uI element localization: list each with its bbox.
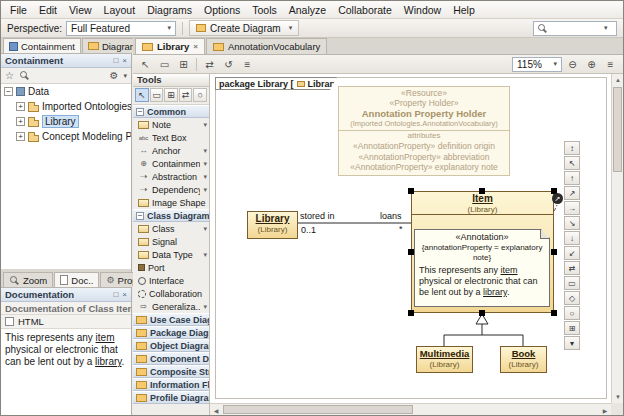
chevron-down-icon[interactable]: ▾: [203, 186, 207, 194]
palette-item-interface[interactable]: Interface: [133, 274, 209, 287]
palette-section-information-flows[interactable]: Information Flows: [133, 378, 209, 391]
tree-item-imported-ontologies[interactable]: + Imported Ontologies: [1, 99, 131, 114]
expand-icon[interactable]: +: [16, 132, 25, 141]
selection-handle[interactable]: [479, 310, 485, 316]
scroll-up-icon[interactable]: ▲: [612, 74, 623, 86]
vertical-scroll-thumb[interactable]: [613, 87, 622, 172]
expand-icon[interactable]: +: [16, 117, 25, 126]
close-panel-icon[interactable]: ×: [122, 290, 127, 299]
palette-item-generalization[interactable]: ⇨ Generaliza... ▾: [133, 300, 209, 313]
search-icon[interactable]: [19, 70, 30, 81]
chevron-down-icon[interactable]: ▾: [203, 251, 207, 259]
collapse-icon[interactable]: −: [136, 108, 144, 116]
palette-item-class[interactable]: Class ▾: [133, 222, 209, 235]
annotation-property-holder-shape[interactable]: «Resource» «Property Holder» Annotation …: [338, 86, 510, 176]
chevron-down-icon[interactable]: ▾: [203, 225, 207, 233]
doc-link-library[interactable]: library: [95, 356, 121, 367]
palette-section-class-diagram[interactable]: − Class Diagram: [133, 209, 209, 222]
undo-icon[interactable]: ↺: [220, 57, 237, 72]
tab-containment[interactable]: Containment: [3, 38, 81, 53]
smart-manipulator-icon[interactable]: ↓: [564, 231, 580, 245]
smart-manipulator-icon[interactable]: ▭: [564, 276, 580, 290]
menu-tools[interactable]: Tools: [246, 2, 283, 18]
pointer-tool-icon[interactable]: ↖: [137, 57, 154, 72]
close-tab-icon[interactable]: ×: [193, 42, 198, 51]
selection-handle[interactable]: [408, 249, 414, 255]
perspective-select[interactable]: Full Featured ▾: [66, 21, 176, 36]
chevron-down-icon[interactable]: ▾: [203, 147, 207, 155]
smart-manipulator-icon[interactable]: ◇: [564, 291, 580, 305]
association-name-label[interactable]: stored in: [300, 211, 335, 221]
smart-manipulator-icon[interactable]: ↗: [564, 186, 580, 200]
tool-rect-button[interactable]: ▭: [150, 88, 164, 102]
menu-window[interactable]: Window: [398, 2, 447, 18]
smart-manipulator-icon[interactable]: ↑: [564, 171, 580, 185]
swap-tool-icon[interactable]: ⇄: [201, 57, 218, 72]
tab-library-diagram[interactable]: Library ×: [135, 38, 205, 54]
palette-section-object-diagram[interactable]: Object Diagram: [133, 339, 209, 352]
palette-item-collaboration[interactable]: Collaboration: [133, 287, 209, 300]
search-input[interactable]: [548, 23, 600, 34]
smart-manipulator-icon[interactable]: ↖: [564, 156, 580, 170]
palette-section-package-diagram[interactable]: Package Diagram: [133, 326, 209, 339]
toolbar-menu-icon[interactable]: ≡: [602, 57, 619, 72]
selection-handle[interactable]: [479, 188, 485, 194]
html-checkbox[interactable]: [5, 317, 14, 326]
association-role-label[interactable]: loans: [380, 211, 402, 221]
menu-view[interactable]: View: [63, 2, 98, 18]
tool-grid-button[interactable]: ⊞: [164, 88, 178, 102]
tool-pointer-button[interactable]: ↖: [135, 88, 149, 102]
tab-documentation[interactable]: Doc..: [54, 272, 99, 287]
chevron-down-icon[interactable]: ▾: [203, 121, 207, 129]
smart-manipulator-more-icon[interactable]: ▾: [564, 336, 580, 350]
palette-item-port[interactable]: Port: [133, 261, 209, 274]
palette-section-common[interactable]: − Common: [133, 105, 209, 118]
palette-item-containment[interactable]: ⊕ Containment ▾: [133, 157, 209, 170]
menu-edit[interactable]: Edit: [33, 2, 63, 18]
palette-section-profile-diagram[interactable]: Profile Diagram: [133, 391, 209, 404]
close-panel-icon[interactable]: ×: [122, 56, 127, 65]
menu-diagrams[interactable]: Diagrams: [141, 2, 198, 18]
palette-item-data-type[interactable]: Data Type ▾: [133, 248, 209, 261]
menu-file[interactable]: File: [4, 2, 33, 18]
toolbar-search[interactable]: ▾: [533, 21, 617, 36]
settings-menu-button[interactable]: ⚙ ▾: [110, 70, 127, 81]
selection-handle[interactable]: [551, 249, 557, 255]
float-panel-icon[interactable]: □: [113, 56, 118, 65]
zoom-out-icon[interactable]: ⊖: [564, 57, 581, 72]
smart-manipulator-icon[interactable]: ↙: [564, 246, 580, 260]
grid-tool-icon[interactable]: ⊞: [175, 57, 192, 72]
palette-section-composite-structure[interactable]: Composite Structu...: [133, 365, 209, 378]
menu-layout[interactable]: Layout: [98, 2, 142, 18]
association-multiplicity-label[interactable]: 0..1: [301, 225, 316, 235]
documentation-body[interactable]: This represents any item physical or ele…: [1, 329, 131, 415]
annotation-note[interactable]: «Annotation» {annotationProperty = expla…: [414, 229, 550, 307]
chevron-down-icon[interactable]: ▾: [203, 160, 207, 168]
smart-manipulator-icon[interactable]: ○: [564, 306, 580, 320]
create-diagram-button[interactable]: Create Diagram ▾: [189, 20, 299, 36]
note-link-item[interactable]: item: [501, 265, 518, 275]
diagram-canvas[interactable]: package Library [ Library ] «Resource» «…: [210, 74, 623, 415]
quick-link-button[interactable]: ↗: [552, 193, 563, 204]
scroll-left-icon[interactable]: ◀: [210, 404, 222, 415]
class-book[interactable]: Book (Library): [500, 346, 547, 373]
tree-item-data[interactable]: − Data: [1, 84, 131, 99]
palette-section-component-diagram[interactable]: Component Diagram: [133, 352, 209, 365]
vertical-scrollbar[interactable]: ▲ ▼: [611, 74, 623, 403]
smart-manipulator-icon[interactable]: ↘: [564, 216, 580, 230]
menu-options[interactable]: Options: [198, 2, 246, 18]
horizontal-scrollbar[interactable]: ◀ ▶: [210, 403, 611, 415]
palette-item-text-box[interactable]: abc Text Box: [133, 131, 209, 144]
tab-zoom[interactable]: Zoom: [3, 272, 53, 287]
palette-item-note[interactable]: Note ▾: [133, 118, 209, 131]
expand-icon[interactable]: +: [16, 102, 25, 111]
smart-manipulator-icon[interactable]: ↕: [564, 141, 580, 155]
class-multimedia[interactable]: Multimedia (Library): [416, 346, 473, 373]
selection-handle[interactable]: [551, 310, 557, 316]
zoom-in-icon[interactable]: ⊕: [583, 57, 600, 72]
tool-circle-button[interactable]: ○: [193, 88, 207, 102]
association-multiplicity-label[interactable]: *: [399, 224, 403, 234]
collapse-icon[interactable]: −: [4, 87, 13, 96]
doc-link-item[interactable]: item: [96, 332, 115, 343]
selection-handle[interactable]: [408, 188, 414, 194]
